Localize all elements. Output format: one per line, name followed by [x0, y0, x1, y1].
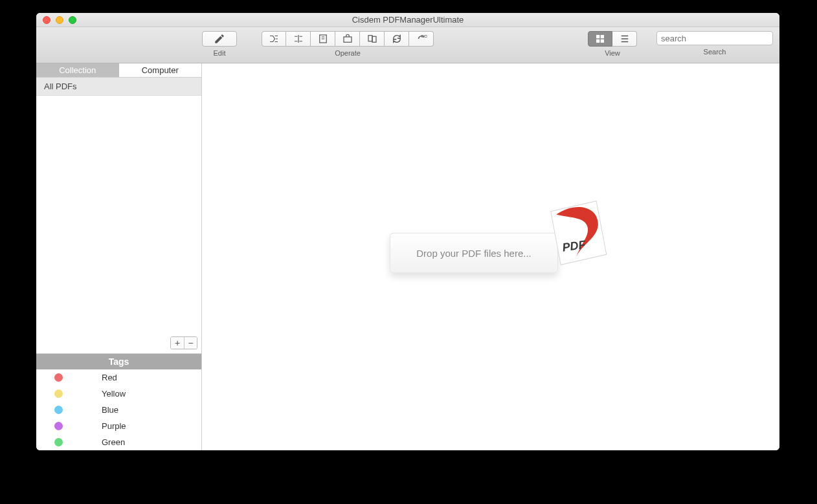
- split-icon: [293, 33, 304, 45]
- svg-rect-7: [596, 39, 599, 43]
- tag-row-blue[interactable]: Blue: [36, 402, 201, 418]
- tag-dot-icon: [54, 406, 63, 414]
- list-icon: [619, 33, 631, 45]
- pages-icon: [366, 33, 378, 45]
- ocr-icon: OCR: [416, 33, 427, 45]
- edit-label: Edit: [214, 49, 226, 57]
- tag-row-red[interactable]: Red: [36, 369, 201, 386]
- tag-label: Green: [102, 437, 125, 447]
- tab-collection[interactable]: Collection: [36, 63, 119, 78]
- toolbar-group-search: Search: [656, 31, 773, 56]
- edit-button[interactable]: [202, 31, 237, 47]
- list-view-button[interactable]: [612, 31, 637, 47]
- toolbar-group-view: View: [588, 31, 637, 57]
- tab-computer[interactable]: Computer: [119, 63, 202, 78]
- toolbar: Edit: [36, 27, 779, 63]
- sidebar-list: All PDFs + −: [36, 78, 201, 353]
- svg-rect-1: [344, 37, 352, 42]
- zoom-button[interactable]: [69, 16, 76, 24]
- svg-rect-3: [372, 36, 376, 42]
- tag-row-yellow[interactable]: Yellow: [36, 386, 201, 402]
- tag-row-green[interactable]: Green: [36, 434, 201, 450]
- view-label: View: [605, 49, 620, 57]
- sidebar: Collection Computer All PDFs + − Tags Re…: [36, 63, 202, 450]
- tag-dot-icon: [54, 438, 63, 446]
- tag-label: Purple: [102, 421, 126, 431]
- tags-header: Tags: [36, 354, 201, 369]
- svg-rect-8: [601, 39, 604, 43]
- drop-hint: Drop your PDF files here...: [416, 247, 532, 258]
- merge-icon: [268, 33, 280, 45]
- window-body: Collection Computer All PDFs + − Tags Re…: [36, 63, 779, 450]
- svg-rect-6: [601, 35, 604, 38]
- main-area[interactable]: Drop your PDF files here... PDF: [202, 63, 779, 450]
- toolbar-group-edit: Edit: [202, 31, 237, 57]
- compress-icon: [317, 33, 329, 45]
- tag-label: Yellow: [102, 389, 126, 399]
- svg-rect-2: [368, 36, 372, 41]
- tag-row-purple[interactable]: Purple: [36, 418, 201, 434]
- svg-text:OCR: OCR: [421, 34, 427, 38]
- operate-label: Operate: [335, 49, 361, 57]
- titlebar: Cisdem PDFManagerUltimate: [36, 13, 779, 27]
- ocr-button[interactable]: OCR: [409, 31, 434, 47]
- add-collection-button[interactable]: +: [171, 337, 184, 349]
- close-button[interactable]: [43, 16, 50, 24]
- traffic-lights: [43, 16, 76, 24]
- sidebar-tabs: Collection Computer: [36, 63, 201, 78]
- pdf-file-icon: PDF: [540, 199, 618, 270]
- tag-dot-icon: [54, 389, 63, 398]
- merge-button[interactable]: [262, 31, 286, 47]
- tags-panel: Tags RedYellowBluePurpleGreen: [36, 353, 201, 450]
- extract-button[interactable]: [360, 31, 385, 47]
- drop-zone[interactable]: Drop your PDF files here...: [390, 233, 558, 273]
- search-label: Search: [704, 48, 726, 56]
- convert-button[interactable]: [385, 31, 409, 47]
- add-remove-group: + −: [170, 336, 197, 349]
- refresh-icon: [391, 33, 403, 45]
- sidebar-item-all-pdfs[interactable]: All PDFs: [36, 78, 201, 96]
- tag-label: Blue: [102, 405, 118, 415]
- encrypt-button[interactable]: [335, 31, 360, 47]
- briefcase-icon: [342, 33, 353, 45]
- split-button[interactable]: [286, 31, 311, 47]
- grid-icon: [594, 33, 606, 45]
- remove-collection-button[interactable]: −: [184, 337, 197, 349]
- search-input[interactable]: [656, 31, 773, 45]
- window-title: Cisdem PDFManagerUltimate: [36, 15, 779, 25]
- toolbar-group-operate: OCR Operate: [262, 31, 434, 57]
- svg-rect-5: [596, 35, 599, 38]
- minimize-button[interactable]: [56, 16, 63, 24]
- app-window: Cisdem PDFManagerUltimate Edit: [36, 13, 779, 450]
- tag-dot-icon: [54, 373, 63, 382]
- compress-button[interactable]: [311, 31, 335, 47]
- tag-dot-icon: [54, 422, 63, 430]
- grid-view-button[interactable]: [588, 31, 612, 47]
- pencil-icon: [214, 33, 225, 45]
- tag-list: RedYellowBluePurpleGreen: [36, 369, 201, 450]
- tag-label: Red: [102, 373, 117, 382]
